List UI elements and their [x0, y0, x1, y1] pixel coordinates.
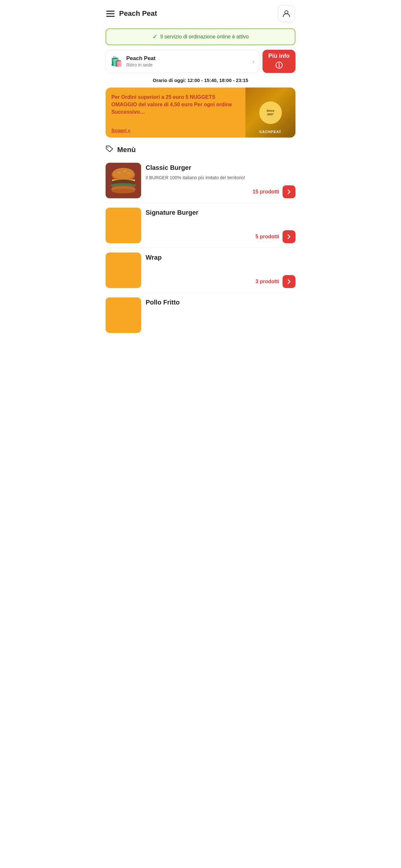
- category-name: Signature Burger: [146, 209, 296, 216]
- category-item: Signature Burger 5 prodotti: [105, 203, 296, 248]
- location-info: Peach Peat Ritiro in sede: [126, 55, 248, 67]
- category-footer: 15 prodotti: [146, 185, 296, 198]
- category-arrow-button[interactable]: [282, 230, 296, 243]
- menu-tag-icon: [105, 145, 114, 152]
- promo-text: Per Ordini superiori a 25 euro 5 NUGGETS…: [112, 93, 241, 116]
- location-row: 🛍️ Peach Peat Ritiro in sede › Più info …: [105, 50, 296, 73]
- signature-burger-content: Signature Burger 5 prodotti: [146, 208, 296, 243]
- category-footer: 3 prodotti: [146, 275, 296, 288]
- category-name: Wrap: [146, 254, 296, 261]
- classic-burger-thumbnail: [105, 163, 141, 198]
- location-card[interactable]: 🛍️ Peach Peat Ritiro in sede ›: [105, 50, 259, 73]
- category-item: Classic Burger Il BURGER 100% italiano p…: [105, 158, 296, 203]
- header-left: Peach Peat: [106, 9, 157, 18]
- svg-point-3: [112, 168, 134, 180]
- check-icon: ✓: [152, 33, 157, 40]
- category-footer: 5 prodotti: [146, 230, 296, 243]
- piu-info-button[interactable]: Più info ⓘ: [263, 50, 296, 73]
- burger-image: [108, 165, 139, 196]
- status-banner-text: Il servizio di ordinazione online è atti…: [160, 34, 249, 40]
- category-item: Pollo Fritto: [105, 293, 296, 337]
- pollo-fritto-content: Pollo Fritto: [146, 298, 296, 333]
- user-icon: [282, 9, 291, 18]
- opening-hours: Orario di oggi: 12:00 - 15:40, 18:00 - 2…: [105, 78, 296, 83]
- menu-section-title: Menù: [117, 146, 135, 154]
- app-header: Peach Peat: [100, 0, 301, 26]
- pollo-fritto-thumbnail: [105, 298, 141, 333]
- status-banner: ✓ Il servizio di ordinazione online è at…: [105, 28, 296, 45]
- piu-info-label: Più info: [268, 53, 289, 59]
- product-count: 15 prodotti: [252, 189, 279, 195]
- since-badge: Since 2007: [259, 101, 282, 124]
- chevron-right-icon: ›: [252, 58, 254, 65]
- promo-link[interactable]: Scopri »: [112, 128, 241, 133]
- page-title: Peach Peat: [119, 9, 157, 18]
- hamburger-menu[interactable]: [106, 11, 115, 17]
- category-item: Wrap 3 prodotti: [105, 248, 296, 293]
- location-type: Ritiro in sede: [126, 62, 248, 67]
- promo-image-bg: Since 2007 EACHPEAT: [245, 88, 296, 137]
- chevron-right-icon: [286, 234, 292, 240]
- classic-burger-content: Classic Burger Il BURGER 100% italiano p…: [146, 163, 296, 198]
- info-icon: ⓘ: [275, 61, 282, 70]
- category-desc: Il BURGER 100% italiano più imitato del …: [146, 175, 296, 181]
- menu-section-header: Menù: [100, 144, 301, 158]
- shop-icon: 🛍️: [111, 56, 122, 67]
- promo-brand-text: EACHPEAT: [245, 130, 296, 134]
- promo-image: Since 2007 EACHPEAT: [245, 88, 296, 137]
- user-profile-button[interactable]: [278, 5, 295, 22]
- chevron-right-icon: [286, 189, 292, 195]
- category-name: Classic Burger: [146, 164, 296, 172]
- category-arrow-button[interactable]: [282, 275, 296, 288]
- location-name: Peach Peat: [126, 55, 248, 62]
- signature-burger-thumbnail: [105, 208, 141, 243]
- wrap-content: Wrap 3 prodotti: [146, 252, 296, 288]
- product-count: 3 prodotti: [255, 279, 279, 284]
- category-name: Pollo Fritto: [146, 299, 296, 306]
- promo-text-area: Per Ordini superiori a 25 euro 5 NUGGETS…: [105, 88, 245, 137]
- category-list: Classic Burger Il BURGER 100% italiano p…: [100, 158, 301, 337]
- svg-point-1: [107, 147, 109, 148]
- product-count: 5 prodotti: [255, 234, 279, 240]
- wrap-thumbnail: [105, 252, 141, 288]
- svg-point-12: [112, 189, 135, 193]
- category-arrow-button[interactable]: [282, 185, 296, 198]
- chevron-right-icon: [286, 279, 292, 284]
- promo-banner: Per Ordini superiori a 25 euro 5 NUGGETS…: [105, 88, 296, 137]
- tag-icon: [105, 145, 114, 154]
